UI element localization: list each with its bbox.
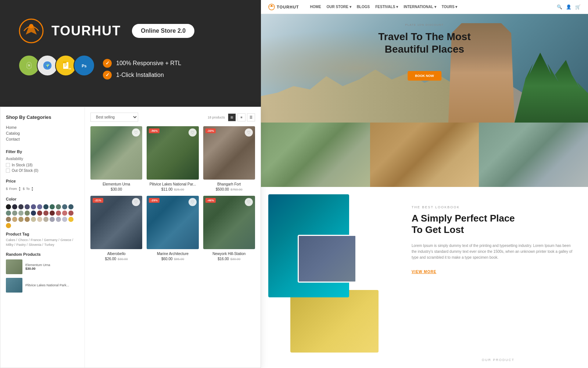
- cart-icon[interactable]: 🛒: [575, 4, 581, 10]
- color-swatch[interactable]: [68, 210, 74, 216]
- product-tag[interactable]: Turkey: [44, 243, 54, 247]
- list-view-button[interactable]: ≡: [237, 113, 245, 121]
- feature-install: ✓ 1-Click Installation: [103, 71, 181, 79]
- color-swatch[interactable]: [12, 210, 17, 216]
- color-swatch[interactable]: [37, 217, 42, 222]
- random-product-item[interactable]: Plitvice Lakes National Park...: [6, 278, 79, 293]
- color-swatch[interactable]: [62, 210, 67, 216]
- product-tag[interactable]: Slovenia /: [29, 243, 43, 247]
- product-card[interactable]: ♡ Elementum Urna $30.00: [90, 126, 142, 191]
- product-card[interactable]: -56% ♡ Plitvice Lakes National Par... $1…: [147, 126, 198, 191]
- product-badge: -46%: [205, 198, 216, 203]
- price-from-up[interactable]: ▲: [18, 186, 21, 189]
- color-swatch[interactable]: [62, 217, 67, 222]
- color-swatch[interactable]: [25, 204, 30, 209]
- nav-blogs[interactable]: BLOGS: [357, 5, 370, 9]
- color-swatch[interactable]: [25, 210, 30, 216]
- product-tag[interactable]: Greece /: [61, 238, 74, 242]
- sort-select[interactable]: Best selling: [90, 113, 138, 122]
- product-tag[interactable]: Germany /: [44, 238, 60, 242]
- nav-logo: TOURHUT: [268, 4, 299, 10]
- product-tag[interactable]: France /: [31, 238, 43, 242]
- color-swatch[interactable]: [62, 204, 67, 209]
- lookbook-view-more-link[interactable]: VIEW MORE: [412, 270, 573, 274]
- color-swatch[interactable]: [43, 210, 49, 216]
- product-badge: -21%: [93, 198, 103, 203]
- color-swatch[interactable]: [50, 217, 55, 222]
- nav-home[interactable]: HOME: [310, 5, 321, 9]
- color-swatch[interactable]: [43, 204, 49, 209]
- product-card[interactable]: -33% ♡ Bhangarh Fort $500.00$750.00: [203, 126, 255, 191]
- price-from-down[interactable]: ▼: [18, 189, 21, 191]
- grid-view-button[interactable]: ⊞: [228, 113, 236, 121]
- color-swatch[interactable]: [31, 217, 36, 222]
- toolbar-right: 18 products ⊞ ≡ ☰: [208, 113, 255, 121]
- color-swatch[interactable]: [18, 204, 24, 209]
- random-product-image: [6, 259, 22, 274]
- features-list: ✓ 100% Responsive + RTL ✓ 1-Click Instal…: [103, 59, 181, 79]
- wishlist-button[interactable]: ♡: [189, 198, 197, 206]
- svg-text:S: S: [28, 64, 30, 67]
- out-of-stock-checkbox[interactable]: [6, 169, 10, 173]
- wishlist-button[interactable]: ♡: [189, 128, 197, 137]
- product-grid: ♡ Elementum Urna $30.00 -56% ♡ Plitvice …: [90, 126, 255, 261]
- color-swatch[interactable]: [50, 210, 55, 216]
- product-tag[interactable]: Cakes /: [6, 238, 17, 242]
- random-product-item[interactable]: Elementum Urna $30.00: [6, 259, 79, 274]
- color-swatch[interactable]: [25, 217, 30, 222]
- color-swatch[interactable]: [6, 223, 11, 228]
- wishlist-button[interactable]: ♡: [245, 198, 253, 206]
- price-to-down[interactable]: ▼: [31, 189, 33, 191]
- product-card[interactable]: -21% ♡ Alberobello $26.00$30.00: [90, 196, 142, 261]
- color-swatch[interactable]: [37, 210, 42, 216]
- color-swatch[interactable]: [12, 204, 17, 209]
- color-swatch[interactable]: [31, 204, 36, 209]
- color-swatch[interactable]: [68, 217, 74, 222]
- sidebar-nav-contact[interactable]: Contact: [6, 136, 79, 142]
- product-tag[interactable]: Pastry /: [17, 243, 28, 247]
- search-icon[interactable]: 🔍: [557, 4, 562, 10]
- color-filter-grid: [6, 204, 79, 228]
- color-swatch[interactable]: [50, 204, 55, 209]
- color-swatch[interactable]: [56, 210, 61, 216]
- color-swatch[interactable]: [43, 217, 49, 222]
- out-of-stock-filter[interactable]: Out Of Stock (0): [6, 168, 79, 173]
- random-product-price: $30.00: [25, 267, 50, 270]
- wishlist-button[interactable]: ♡: [245, 128, 253, 137]
- product-badge: -56%: [149, 128, 159, 133]
- hero-cta-button[interactable]: BOOK NOW: [408, 71, 441, 81]
- product-old-price: $85.00: [174, 257, 184, 261]
- color-swatch[interactable]: [6, 210, 11, 216]
- color-swatch[interactable]: [6, 204, 11, 209]
- product-price: $500.00$750.00: [203, 187, 255, 191]
- filter-section-title: Filter By: [6, 149, 79, 154]
- sidebar: Shop By Categories Home Catalog Contact …: [0, 107, 85, 368]
- sidebar-nav-catalog[interactable]: Catalog: [6, 130, 79, 136]
- color-swatch[interactable]: [6, 217, 11, 222]
- product-tag[interactable]: Choco /: [18, 238, 30, 242]
- color-swatch[interactable]: [18, 210, 24, 216]
- promo-panel: TOURHUT Online Store 2.0 S 🌍 FREE Ps ✓ 1…: [0, 0, 261, 107]
- color-section-title: Color: [6, 197, 79, 201]
- color-swatch[interactable]: [31, 210, 36, 216]
- account-icon[interactable]: 👤: [566, 4, 571, 10]
- color-swatch[interactable]: [68, 204, 74, 209]
- nav-store[interactable]: OUR STORE ▾: [327, 5, 351, 9]
- product-card[interactable]: -46% ♡ Newyork Hill-Station $16.00$30.00: [203, 196, 255, 261]
- color-swatch[interactable]: [18, 217, 24, 222]
- color-swatch[interactable]: [37, 204, 42, 209]
- sidebar-nav-home[interactable]: Home: [6, 124, 79, 130]
- color-swatch[interactable]: [56, 204, 61, 209]
- in-stock-filter[interactable]: In Stock (18): [6, 162, 79, 168]
- nav-festivals[interactable]: FESTIVALS ▾: [375, 5, 398, 9]
- color-swatch[interactable]: [56, 217, 61, 222]
- in-stock-checkbox[interactable]: [6, 163, 10, 167]
- product-tag[interactable]: Milky /: [6, 243, 15, 247]
- compact-view-button[interactable]: ☰: [247, 113, 255, 121]
- product-card[interactable]: -29% ♡ Marine Architecture $60.00$85.00: [147, 196, 198, 261]
- nav-tours[interactable]: TOURS ▾: [442, 5, 458, 9]
- product-old-price: $30.00: [118, 257, 128, 261]
- price-to-up[interactable]: ▲: [31, 186, 33, 189]
- nav-international[interactable]: INTERNATIONAL ▾: [404, 5, 436, 9]
- color-swatch[interactable]: [12, 217, 17, 222]
